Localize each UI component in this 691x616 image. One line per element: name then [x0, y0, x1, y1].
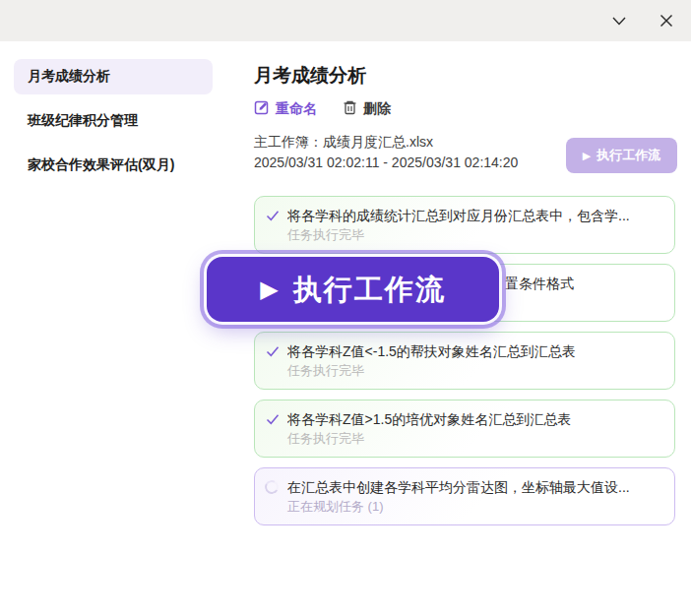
- page-title: 月考成绩分析: [254, 63, 675, 89]
- task-list: 将各学科的成绩统计汇总到对应月份汇总表中，包含学... 任务执行完毕 置条件格式…: [254, 196, 675, 525]
- rename-button[interactable]: 重命名: [254, 99, 317, 118]
- check-icon: [265, 341, 283, 389]
- task-title-visible-fragment: 置条件格式: [505, 274, 662, 293]
- sidebar-item-label: 月考成绩分析: [28, 68, 110, 86]
- task-title: 在汇总表中创建各学科平均分雷达图，坐标轴最大值设...: [287, 477, 662, 497]
- run-workflow-overlay-button[interactable]: ▶ 执行工作流: [207, 257, 499, 322]
- run-workflow-button[interactable]: ▶ 执行工作流: [566, 138, 677, 173]
- sidebar-item-label: 家校合作效果评估(双月): [28, 156, 174, 174]
- delete-label: 删除: [363, 100, 391, 118]
- workflow-meta: 主工作簿：成绩月度汇总.xlsx 2025/03/31 02:02:11 - 2…: [254, 132, 579, 173]
- spinner-icon: [265, 477, 283, 524]
- titlebar: [0, 0, 691, 41]
- delete-button[interactable]: 删除: [343, 99, 391, 118]
- run-workflow-label: 执行工作流: [597, 147, 660, 164]
- close-button[interactable]: [648, 4, 685, 37]
- task-title: 将各学科Z值>1.5的培优对象姓名汇总到汇总表: [287, 409, 662, 429]
- check-icon: [265, 409, 283, 457]
- close-icon: [657, 11, 676, 31]
- task-status: 任务执行完毕: [287, 225, 662, 245]
- play-icon: ▶: [583, 151, 591, 161]
- chevron-down-icon: [609, 11, 629, 31]
- task-card-5[interactable]: 在汇总表中创建各学科平均分雷达图，坐标轴最大值设... 正在规划任务 (1): [254, 467, 675, 525]
- workflow-list-sidebar: 月考成绩分析 班级纪律积分管理 家校合作效果评估(双月): [14, 59, 213, 183]
- task-card-1[interactable]: 将各学科的成绩统计汇总到对应月份汇总表中，包含学... 任务执行完毕: [254, 196, 675, 254]
- task-status: 任务执行完毕: [287, 429, 662, 449]
- check-icon: [265, 206, 283, 253]
- time-range: 2025/03/31 02:02:11 - 2025/03/31 02:14:2…: [254, 153, 579, 173]
- sidebar-item-class-discipline-points[interactable]: 班级纪律积分管理: [14, 103, 213, 139]
- trash-icon: [343, 99, 357, 118]
- play-icon: ▶: [260, 277, 278, 301]
- task-title: 将各学科的成绩统计汇总到对应月份汇总表中，包含学...: [287, 206, 662, 225]
- sidebar-item-monthly-exam-analysis[interactable]: 月考成绩分析: [14, 59, 213, 94]
- edit-square-icon: [254, 99, 270, 118]
- task-card-4[interactable]: 将各学科Z值>1.5的培优对象姓名汇总到汇总表 任务执行完毕: [254, 400, 675, 458]
- task-status: 任务执行完毕: [287, 361, 662, 381]
- sidebar-item-home-school-evaluation[interactable]: 家校合作效果评估(双月): [14, 148, 213, 183]
- run-workflow-overlay-label: 执行工作流: [293, 276, 446, 304]
- detail-actions-row: 重命名 删除: [254, 99, 675, 118]
- task-card-3[interactable]: 将各学科Z值<-1.5的帮扶对象姓名汇总到汇总表 任务执行完毕: [254, 332, 675, 390]
- sidebar-item-label: 班级纪律积分管理: [28, 112, 138, 130]
- task-title: 将各学科Z值<-1.5的帮扶对象姓名汇总到汇总表: [287, 341, 662, 361]
- main-workbook-line: 主工作簿：成绩月度汇总.xlsx: [254, 132, 579, 153]
- task-status: 正在规划任务 (1): [287, 497, 662, 517]
- rename-label: 重命名: [276, 100, 317, 118]
- minimize-button[interactable]: [600, 4, 638, 37]
